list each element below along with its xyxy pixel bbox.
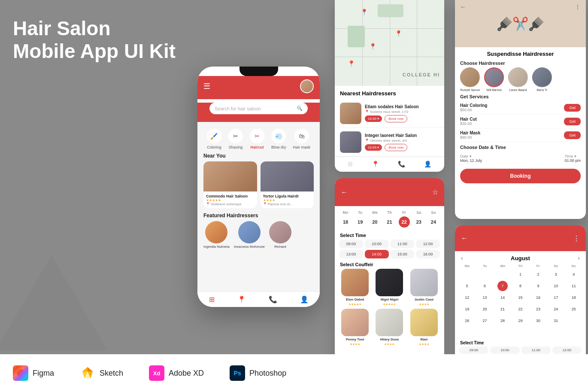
cal-day-30[interactable]: 30 xyxy=(533,316,543,326)
cal-day-20[interactable]: 20 xyxy=(480,304,490,314)
couffeir-2[interactable]: Nigel Nigel ★★★★★ xyxy=(373,269,405,306)
cal-day-14[interactable]: 14 xyxy=(497,292,508,303)
detail-back-icon[interactable]: ← xyxy=(460,3,466,10)
cal-day-4[interactable]: 4 xyxy=(569,269,579,280)
book-btn-1[interactable]: Book now xyxy=(385,115,407,122)
map-nav-phone-icon[interactable]: 📞 xyxy=(398,161,405,167)
booking-btn[interactable]: Booking xyxy=(460,169,581,183)
cal-day-22[interactable]: 22 xyxy=(515,304,525,314)
cal-day-26[interactable]: 26 xyxy=(462,316,472,326)
cal-day-31[interactable]: 31 xyxy=(551,316,561,326)
cal-day-th[interactable]: Th 21 xyxy=(384,210,395,228)
time-slot-0900[interactable]: 09:00 xyxy=(339,240,363,248)
cal-day-sa[interactable]: Sa 23 xyxy=(413,210,424,228)
cal-day-9[interactable]: 9 xyxy=(533,281,543,291)
cal-day-7[interactable]: 7 xyxy=(497,281,508,291)
cal-day-we[interactable]: We 20 xyxy=(369,210,380,228)
time-slot-1000[interactable]: 10:00 xyxy=(365,240,389,248)
get-btn-coloring[interactable]: Get xyxy=(564,104,581,112)
cal-day-17[interactable]: 17 xyxy=(551,292,561,303)
cal-next-arrow[interactable]: › xyxy=(578,255,580,261)
cal-prev-arrow[interactable]: ‹ xyxy=(461,255,463,261)
cal-time-1200[interactable]: 12:00 xyxy=(552,346,582,354)
cal-day-tu[interactable]: Tu 19 xyxy=(355,210,366,228)
couffeir-5[interactable]: Hilary Duse ★★★★ xyxy=(373,309,405,346)
cal-day-5[interactable]: 5 xyxy=(462,281,472,291)
service-coloring[interactable]: 🖌️ Coloring xyxy=(207,129,221,149)
couffeir-4[interactable]: Penny Tool ★★★★ xyxy=(339,309,371,346)
detail-more-icon[interactable]: ⋮ xyxy=(575,3,581,10)
couffeir-6[interactable]: Ravi ★★★★ xyxy=(408,309,440,346)
get-btn-cut[interactable]: Get xyxy=(564,118,581,125)
booking-fav-btn[interactable]: ☆ xyxy=(432,188,438,196)
search-bar[interactable]: Search for hair saloon 🔍 xyxy=(209,103,308,114)
cal-more-btn[interactable]: ⋮ xyxy=(573,234,580,243)
couffeir-3[interactable]: Justin Case ★★★★ xyxy=(408,269,440,306)
cal-day-27[interactable]: 27 xyxy=(480,316,490,326)
time-slot-1400[interactable]: 14:00 xyxy=(365,250,389,258)
cal-day-29[interactable]: 29 xyxy=(515,316,525,326)
couffeir-1[interactable]: Elon Gated ★★★★★ xyxy=(339,269,371,306)
service-blowdry[interactable]: 💨 Blow dry xyxy=(271,129,286,149)
cal-day-10[interactable]: 10 xyxy=(551,281,561,291)
menu-icon[interactable]: ☰ xyxy=(203,82,210,91)
map-nav-user-icon[interactable]: 👤 xyxy=(424,161,431,167)
nav-profile-icon[interactable]: 👤 xyxy=(300,295,309,304)
map-nav-pin-icon[interactable]: 📍 xyxy=(372,161,379,167)
cal-day-16[interactable]: 16 xyxy=(533,292,543,303)
hd-choose-4[interactable]: Barry Tr xyxy=(532,67,552,91)
cal-day-3[interactable]: 3 xyxy=(551,269,561,280)
salon-stars-2: ★★★★ xyxy=(263,198,312,202)
booking-back-btn[interactable]: ← xyxy=(341,188,348,196)
cal-day-11[interactable]: 11 xyxy=(569,281,579,291)
hd-choose-1[interactable]: Russell Sprout xyxy=(460,67,480,91)
service-shaving[interactable]: ✂ Shaving xyxy=(228,129,243,149)
time-slot-1200[interactable]: 12:00 xyxy=(416,240,440,248)
cal-day-15[interactable]: 15 xyxy=(515,292,525,303)
time-slot-1600[interactable]: 16:00 xyxy=(416,250,440,258)
hd-list-item-1[interactable]: Etiam sodales Hair Saloon 📍Sceleris risu… xyxy=(335,99,444,128)
cal-time-1100[interactable]: 11:00 xyxy=(521,346,551,354)
nav-location-icon[interactable]: 📍 xyxy=(237,295,246,304)
cal-day-23[interactable]: 23 xyxy=(533,304,543,314)
service-info-mask: Hair Mask $90.00 xyxy=(460,131,480,140)
hd-list-item-2[interactable]: Integer laoreet Hair Salon 📍Ultricies do… xyxy=(335,128,444,157)
cal-day-18[interactable]: 18 xyxy=(569,292,579,303)
time-slot-1100[interactable]: 11:00 xyxy=(391,240,415,248)
cal-time-1000[interactable]: 10:00 xyxy=(490,346,519,354)
cal-day-21[interactable]: 21 xyxy=(497,304,508,314)
hairdresser-item-1[interactable]: Ingredia Nutrisha xyxy=(203,221,230,249)
hairdresser-item-2[interactable]: Invaroess McKenzie xyxy=(234,221,265,249)
cal-day-24[interactable]: 24 xyxy=(551,304,561,314)
cal-time-0900[interactable]: 09:00 xyxy=(459,346,488,354)
cal-day-25[interactable]: 25 xyxy=(569,304,579,314)
user-avatar[interactable] xyxy=(300,79,314,93)
salon-card-2[interactable]: Tortor Ligula Hairdr ★★★★ 📍Placeras eros… xyxy=(261,161,314,208)
hd-choose-2[interactable]: Will Barrow xyxy=(484,67,504,91)
cal-day-fr[interactable]: Fr 22 xyxy=(399,210,410,228)
cal-day-13[interactable]: 13 xyxy=(480,292,490,303)
cal-day-su[interactable]: Su 24 xyxy=(428,210,439,228)
cal-header-th: Th xyxy=(512,263,529,269)
hairdresser-item-3[interactable]: Richard xyxy=(269,221,291,249)
cal-day-mo[interactable]: Mo 18 xyxy=(340,210,351,228)
cal-day-2[interactable]: 2 xyxy=(533,269,543,280)
service-haircut[interactable]: ✂ Haircut xyxy=(250,129,264,149)
salon-card-1[interactable]: Commodo Hair Saloon ★★★★★ 📍Vestibulum sc… xyxy=(203,161,257,208)
cal-back-btn[interactable]: ← xyxy=(461,234,468,242)
cal-day-8[interactable]: 8 xyxy=(515,281,525,291)
cal-day-28[interactable]: 28 xyxy=(497,316,508,326)
cal-day-1[interactable]: 1 xyxy=(515,269,525,280)
hd-choose-3[interactable]: Lance Bagrol xyxy=(508,67,528,91)
map-nav-grid-icon[interactable]: ⊞ xyxy=(348,161,353,167)
nav-home-icon[interactable]: ⊞ xyxy=(209,295,215,304)
time-slot-1300[interactable]: 13:00 xyxy=(339,250,363,258)
book-btn-2[interactable]: Book now xyxy=(385,144,407,151)
service-hairmask[interactable]: 🛍 Hair mask xyxy=(293,129,310,149)
cal-day-6[interactable]: 6 xyxy=(480,281,490,291)
get-btn-mask[interactable]: Get xyxy=(564,131,581,139)
nav-phone-icon[interactable]: 📞 xyxy=(269,295,277,304)
time-slot-1500[interactable]: 15:00 xyxy=(391,250,415,258)
cal-day-19[interactable]: 19 xyxy=(462,304,472,314)
cal-day-12[interactable]: 12 xyxy=(462,292,472,303)
